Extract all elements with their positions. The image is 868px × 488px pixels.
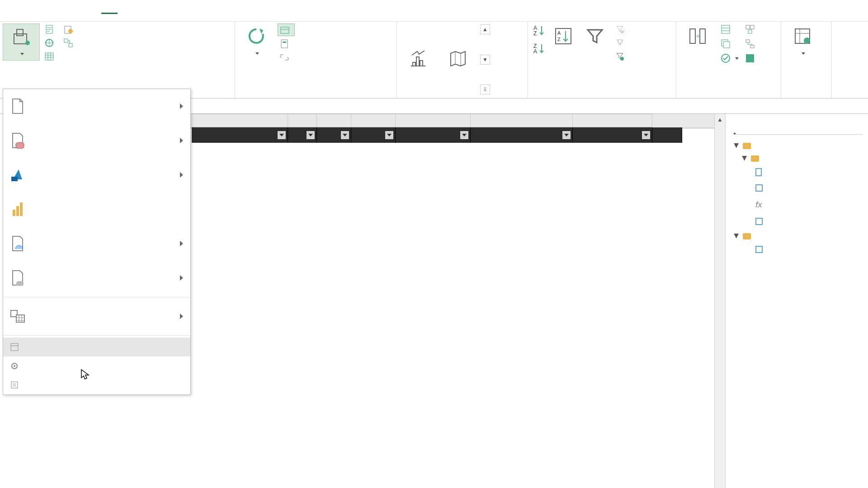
th-employee-name[interactable]: [471, 127, 573, 143]
filter-icon[interactable]: [460, 131, 468, 139]
th-store[interactable]: [652, 127, 682, 143]
vertical-scrollbar[interactable]: ▲: [714, 114, 725, 488]
filter-icon[interactable]: [562, 131, 571, 139]
th-qty[interactable]: [288, 127, 317, 143]
data-validation-button[interactable]: [719, 52, 741, 64]
datatype-up-button[interactable]: ▲: [480, 24, 490, 34]
tab-view[interactable]: [134, 8, 150, 14]
tree-group-other[interactable]: ▶: [734, 230, 863, 243]
th-description[interactable]: [192, 127, 288, 143]
recent-sources-button[interactable]: [61, 23, 78, 35]
menu-data-source-settings[interactable]: [3, 357, 190, 375]
tree-group-helper[interactable]: ▶: [742, 153, 863, 165]
panel-tab-connections[interactable]: [744, 127, 745, 134]
menu-from-file[interactable]: [3, 89, 190, 123]
menu-combine-queries[interactable]: [3, 299, 190, 333]
th-location[interactable]: [573, 127, 652, 143]
caret-icon: ▶: [741, 156, 749, 162]
filter-icon[interactable]: [385, 131, 393, 139]
col-f[interactable]: [351, 114, 396, 127]
tree-group-transform[interactable]: ▶: [734, 140, 863, 153]
consolidate-button[interactable]: [743, 23, 757, 35]
tab-developer[interactable]: [150, 8, 166, 14]
relationships-button[interactable]: [743, 38, 757, 50]
menu-from-powerbi[interactable]: [3, 192, 190, 226]
settings-icon: [9, 361, 19, 371]
svg-point-34: [804, 38, 810, 44]
tree-item-transform-file[interactable]: fx: [755, 197, 863, 212]
col-h[interactable]: [471, 114, 573, 127]
col-g[interactable]: [396, 114, 471, 127]
tab-page-layout[interactable]: [69, 8, 85, 14]
th-price[interactable]: [317, 127, 351, 143]
menu-from-online-services[interactable]: [3, 226, 190, 261]
advanced-icon: [615, 52, 625, 61]
svg-rect-43: [11, 343, 18, 351]
tree-item-parameter1[interactable]: [755, 182, 863, 194]
filter-icon[interactable]: [278, 131, 286, 139]
tab-acrobat[interactable]: [183, 8, 199, 14]
sort-asc-button[interactable]: AZ: [531, 23, 547, 37]
th-sales-rep-id[interactable]: [396, 127, 471, 143]
from-web-button[interactable]: [42, 37, 59, 49]
menu-launch-power-query[interactable]: [3, 338, 190, 357]
flash-fill-button[interactable]: [719, 23, 741, 35]
query-tree: ▶ ▶ fx ▶: [734, 140, 863, 258]
file-icon: [9, 97, 26, 115]
panel-tab-queries[interactable]: [734, 127, 736, 134]
svg-rect-29: [748, 30, 752, 33]
table-header-row: [192, 127, 682, 143]
menu-from-other-sources[interactable]: [3, 261, 190, 295]
geography-button[interactable]: [439, 46, 476, 73]
tab-help[interactable]: [166, 8, 183, 14]
datatype-down-button[interactable]: ▼: [480, 55, 490, 65]
from-text-csv-button[interactable]: [42, 23, 59, 35]
from-table-range-button[interactable]: [42, 51, 59, 62]
what-if-analysis-button[interactable]: [784, 23, 821, 60]
scroll-up-button[interactable]: ▲: [715, 114, 725, 125]
tab-review[interactable]: [118, 8, 134, 14]
filter-icon[interactable]: [642, 131, 650, 139]
th-amount[interactable]: [351, 127, 396, 143]
parameter-icon: [755, 184, 763, 192]
tab-query[interactable]: [215, 8, 231, 14]
group-data-tools-label: [679, 95, 778, 97]
advanced-filter-button[interactable]: [613, 51, 629, 62]
menu-query-options[interactable]: [3, 375, 190, 394]
refresh-all-button[interactable]: [238, 23, 275, 60]
tab-formulas[interactable]: [85, 8, 101, 14]
tab-file[interactable]: [4, 8, 20, 14]
col-i[interactable]: [573, 114, 652, 127]
tab-home[interactable]: [20, 8, 36, 14]
sort-button[interactable]: AZ: [550, 23, 577, 51]
col-e[interactable]: [317, 114, 351, 127]
clear-filter-button: [613, 23, 629, 35]
manage-data-model-button[interactable]: [743, 52, 757, 64]
stocks-button[interactable]: [400, 46, 437, 73]
tab-data[interactable]: [101, 7, 118, 14]
existing-connections-button[interactable]: [61, 37, 78, 49]
queries-connections-toggle[interactable]: [278, 23, 295, 36]
svg-rect-12: [283, 42, 286, 43]
filter-icon[interactable]: [307, 131, 315, 139]
tab-table-design[interactable]: [199, 8, 215, 14]
remove-duplicates-button[interactable]: [719, 38, 741, 50]
menu-from-database[interactable]: [3, 123, 190, 158]
col-d[interactable]: [288, 114, 317, 127]
properties-button[interactable]: [278, 38, 295, 50]
datatype-more-button[interactable]: ⇩: [480, 84, 490, 94]
filter-button[interactable]: [580, 23, 610, 51]
tree-item-sales-reports[interactable]: [755, 243, 863, 256]
get-data-button[interactable]: [3, 23, 40, 61]
filter-icon[interactable]: [341, 131, 349, 139]
text-to-columns-button[interactable]: [679, 23, 716, 51]
sort-desc-button[interactable]: ZA: [531, 42, 547, 55]
folder-icon: [743, 143, 751, 149]
tree-item-sample-file[interactable]: [755, 165, 863, 179]
tab-draw[interactable]: [52, 8, 69, 14]
menu-from-azure[interactable]: [3, 158, 190, 192]
col-c[interactable]: [192, 114, 288, 127]
svg-text:A: A: [533, 48, 537, 54]
tab-insert[interactable]: [36, 8, 52, 14]
tree-item-transform-sample[interactable]: [755, 215, 863, 228]
